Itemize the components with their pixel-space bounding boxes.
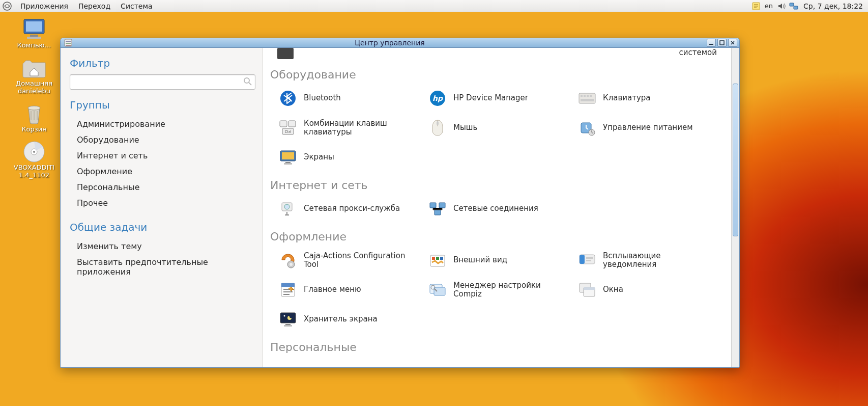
sidebar-task-preferred-apps[interactable]: Выставить предпочтительные приложения: [70, 254, 255, 280]
item-popup-notifications[interactable]: Всплывающие уведомления: [578, 250, 723, 270]
desktop-icon-disc[interactable]: VBOXADDITI 1.4_1102: [6, 141, 62, 179]
scrollbar-thumb[interactable]: [733, 84, 738, 236]
item-appearance[interactable]: Внешний вид: [429, 250, 573, 270]
item-network-connections[interactable]: Сетевые соединения: [429, 199, 573, 219]
power-icon: [578, 119, 596, 137]
svg-rect-49: [440, 257, 443, 260]
svg-rect-42: [439, 203, 445, 208]
appearance-icon: [429, 252, 446, 269]
item-keyboard-shortcuts[interactable]: Ctrl Комбинации клавиш клавиатуры: [279, 118, 424, 138]
item-mouse[interactable]: Мышь: [429, 118, 573, 138]
item-label: Менеджер настройки Compiz: [453, 281, 560, 299]
item-label: Bluetooth: [304, 94, 341, 102]
sidebar-group-personal[interactable]: Персональные: [70, 179, 255, 195]
desktop-icon-computer[interactable]: Компью…: [6, 18, 62, 49]
svg-rect-57: [434, 287, 445, 295]
item-caja-actions[interactable]: Caja-Actions Configuration Tool: [279, 250, 424, 270]
menu-places[interactable]: Переход: [73, 1, 115, 11]
item-bluetooth[interactable]: Bluetooth: [279, 88, 424, 109]
svg-point-18: [244, 78, 249, 83]
desktop-icon-home[interactable]: Домашняя danielebu: [6, 57, 62, 95]
svg-point-8: [28, 106, 40, 110]
svg-rect-52: [586, 257, 593, 259]
item-label: Главное меню: [304, 285, 361, 294]
svg-rect-28: [280, 121, 287, 127]
svg-rect-26: [590, 95, 592, 97]
panel-clock[interactable]: Ср, 7 дек, 18:22: [801, 2, 865, 10]
svg-point-32: [437, 121, 439, 125]
appearance-grid: Caja-Actions Configuration Tool Внешний …: [268, 248, 726, 333]
svg-rect-15: [66, 45, 71, 46]
sidebar: Фильтр Группы Администрирование Оборудов…: [61, 48, 263, 368]
item-network-proxy[interactable]: Сетевая прокси-служба: [279, 199, 424, 219]
keyboard-layout-indicator[interactable]: en: [764, 2, 774, 11]
network-icon[interactable]: [789, 2, 798, 11]
notes-icon[interactable]: [751, 2, 761, 11]
item-displays[interactable]: Экраны: [279, 147, 424, 168]
item-label: Сетевая прокси-служба: [304, 204, 400, 213]
item-windows[interactable]: Окна: [578, 280, 723, 300]
svg-rect-66: [284, 325, 292, 327]
mouse-icon: [429, 119, 446, 137]
svg-rect-6: [30, 35, 38, 37]
top-panel: Приложения Переход Система en Ср, 7 дек,…: [0, 0, 868, 12]
volume-icon[interactable]: [777, 2, 786, 11]
item-label: Экраны: [304, 153, 334, 161]
svg-rect-41: [430, 203, 436, 208]
svg-point-40: [284, 204, 290, 209]
close-button[interactable]: [728, 39, 737, 47]
svg-rect-14: [66, 43, 71, 44]
sidebar-task-change-theme[interactable]: Изменить тему: [70, 238, 255, 254]
sidebar-group-hardware[interactable]: Оборудование: [70, 132, 255, 148]
partial-item-left[interactable]: [277, 48, 410, 59]
item-hp-device-manager[interactable]: hp HP Device Manager: [429, 88, 573, 109]
svg-rect-16: [709, 44, 713, 45]
main-menu-icon: [279, 281, 297, 299]
svg-rect-53: [586, 260, 591, 261]
internet-grid: Сетевая прокси-служба Сетевые соединения: [268, 197, 726, 222]
titlebar[interactable]: Центр управления: [61, 38, 739, 48]
svg-rect-27: [581, 99, 594, 101]
svg-rect-24: [584, 95, 586, 97]
minimize-button[interactable]: [707, 39, 716, 47]
sidebar-group-other[interactable]: Прочее: [70, 195, 255, 211]
distro-logo-icon[interactable]: [2, 1, 12, 11]
desktop-icon-label: Компью…: [17, 42, 51, 49]
item-keyboard[interactable]: Клавиатура: [578, 88, 723, 109]
svg-rect-25: [587, 95, 589, 97]
filter-input[interactable]: [70, 74, 255, 90]
compiz-icon: [429, 281, 446, 299]
screensaver-icon: [279, 311, 297, 328]
content-scrollbar[interactable]: [731, 48, 739, 368]
item-label: Caja-Actions Configuration Tool: [304, 252, 411, 269]
section-title-hardware: Оборудование: [268, 60, 726, 86]
item-label: Внешний вид: [453, 256, 507, 264]
sidebar-groups-heading: Группы: [70, 99, 255, 111]
panel-tray: en Ср, 7 дек, 18:22: [751, 2, 868, 11]
desktop-icons: Компью… Домашняя danielebu Корзин VBOXAD…: [6, 18, 62, 179]
window-title: Центр управления: [73, 39, 707, 47]
sidebar-group-admin[interactable]: Администрирование: [70, 116, 255, 132]
sidebar-group-internet[interactable]: Интернет и сеть: [70, 148, 255, 164]
item-screensaver[interactable]: Хранитель экрана: [279, 309, 424, 330]
svg-text:Ctrl: Ctrl: [285, 130, 292, 134]
section-title-personal: Персональные: [268, 333, 726, 359]
item-main-menu[interactable]: Главное меню: [279, 280, 424, 300]
sidebar-group-appearance[interactable]: Оформление: [70, 164, 255, 179]
svg-rect-23: [581, 95, 583, 97]
svg-rect-17: [720, 41, 724, 45]
computer-icon: [20, 18, 48, 41]
maximize-button[interactable]: [717, 39, 727, 47]
item-compiz-settings[interactable]: Менеджер настройки Compiz: [429, 280, 573, 300]
menu-system[interactable]: Система: [115, 1, 157, 11]
svg-point-11: [33, 151, 35, 153]
menu-applications[interactable]: Приложения: [15, 1, 73, 11]
item-power-management[interactable]: Управление питанием: [578, 118, 723, 138]
content-wrap: системой Оборудование Bluetooth hp HP De…: [263, 48, 739, 368]
trash-icon: [20, 102, 48, 125]
disc-icon: [20, 141, 48, 163]
sidebar-filter-heading: Фильтр: [70, 57, 255, 69]
partial-item-right[interactable]: системой: [679, 48, 717, 57]
desktop-icon-trash[interactable]: Корзин: [6, 102, 62, 133]
svg-rect-29: [288, 121, 296, 127]
